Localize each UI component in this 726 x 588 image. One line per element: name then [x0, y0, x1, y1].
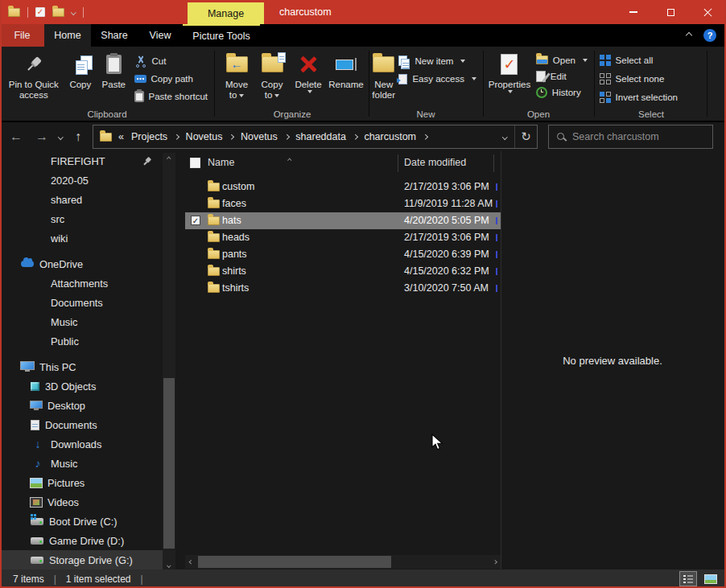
- paste-shortcut-button[interactable]: Paste shortcut: [131, 88, 212, 105]
- thumbnails-view-button[interactable]: [702, 571, 720, 586]
- select-all-button[interactable]: Select all: [596, 52, 681, 68]
- file-row[interactable]: faces 11/9/2019 11:28 AM: [185, 195, 501, 212]
- back-button[interactable]: ←: [10, 122, 23, 151]
- collapse-ribbon-icon[interactable]: [686, 32, 692, 39]
- copy-path-button[interactable]: Copy path: [131, 71, 212, 87]
- sidebar-item-3d-objects[interactable]: 3D Objects: [0, 376, 163, 396]
- file-row[interactable]: pants 4/15/2020 6:39 PM: [185, 246, 501, 263]
- properties-button[interactable]: ✓ Properties: [486, 49, 533, 107]
- row-checkbox[interactable]: ✓: [191, 216, 200, 225]
- breadcrumb-overflow[interactable]: «: [118, 131, 124, 142]
- horizontal-scrollbar-thumb[interactable]: [198, 556, 391, 568]
- file-list-horizontal-scrollbar[interactable]: [185, 555, 501, 569]
- monitor-icon: [31, 401, 42, 410]
- scroll-right-icon[interactable]: [489, 555, 501, 569]
- sidebar-item-attachments[interactable]: Attachments: [0, 273, 163, 293]
- breadcrumb-item[interactable]: Novetus: [186, 131, 223, 142]
- sidebar-scrollbar[interactable]: [163, 153, 175, 571]
- sidebar-item-shared[interactable]: shared: [0, 190, 163, 209]
- history-button[interactable]: History: [533, 84, 591, 100]
- file-row[interactable]: heads 2/17/2019 3:06 PM: [185, 229, 501, 246]
- sidebar-item-music[interactable]: Music: [0, 454, 163, 473]
- new-item-button[interactable]: New item: [395, 53, 480, 69]
- sidebar-item-wiki[interactable]: wiki: [0, 228, 163, 248]
- tab-picture-tools[interactable]: Picture Tools: [183, 24, 260, 47]
- breadcrumb-separator-icon: [229, 134, 234, 139]
- sidebar-scrollbar-thumb[interactable]: [163, 378, 175, 549]
- copy-button[interactable]: Copy: [64, 49, 97, 107]
- pin-to-quick-access-button[interactable]: Pin to Quick access: [3, 49, 64, 107]
- address-dropdown-icon[interactable]: [495, 135, 514, 139]
- sidebar-item-public[interactable]: Public: [0, 331, 163, 351]
- paste-icon: [106, 55, 122, 74]
- file-row[interactable]: ✓ hats 4/20/2020 5:05 PM: [185, 212, 501, 229]
- easy-access-button[interactable]: Easy access: [395, 71, 480, 87]
- recent-locations-icon[interactable]: [59, 122, 63, 151]
- manage-context-tab[interactable]: Manage: [188, 2, 264, 24]
- help-icon[interactable]: ?: [703, 29, 716, 42]
- sidebar-item-label: shared: [51, 194, 82, 206]
- select-all-icon: [600, 55, 611, 66]
- folder-icon: [208, 233, 220, 242]
- sidebar-item-desktop[interactable]: Desktop: [0, 396, 163, 415]
- scroll-left-icon[interactable]: [185, 555, 197, 569]
- sidebar-item-documents[interactable]: Documents: [0, 293, 163, 312]
- tab-view[interactable]: View: [138, 24, 183, 47]
- tab-file[interactable]: File: [0, 24, 44, 47]
- edit-button[interactable]: Edit: [533, 68, 591, 84]
- move-to-button[interactable]: ← Move to: [219, 49, 254, 107]
- sidebar-item-documents[interactable]: Documents: [0, 415, 163, 434]
- select-all-checkbox[interactable]: [190, 158, 200, 168]
- open-button[interactable]: Open: [533, 52, 591, 68]
- sidebar-item-onedrive[interactable]: OneDrive: [0, 254, 163, 273]
- breadcrumb-item[interactable]: charcustom: [364, 131, 416, 142]
- select-none-button[interactable]: Select none: [596, 71, 681, 87]
- column-header-date-modified[interactable]: Date modified: [404, 157, 466, 168]
- scroll-up-icon[interactable]: [163, 153, 175, 165]
- refresh-icon[interactable]: ↻: [514, 125, 537, 148]
- forward-button[interactable]: →: [35, 122, 48, 151]
- details-view-button[interactable]: [679, 571, 697, 586]
- sidebar-item-this-pc[interactable]: This PC: [0, 357, 163, 376]
- sidebar-item-pictures[interactable]: Pictures: [0, 473, 163, 492]
- file-list-header: Name Date modified: [185, 151, 501, 175]
- breadcrumb-item[interactable]: shareddata: [295, 131, 346, 142]
- qat-new-folder-icon[interactable]: [52, 8, 64, 17]
- qat-dropdown-icon[interactable]: [71, 10, 76, 14]
- column-header-name[interactable]: Name: [208, 157, 234, 168]
- sidebar-item-music[interactable]: Music: [0, 312, 163, 331]
- minimize-button[interactable]: [615, 0, 652, 24]
- invert-selection-button[interactable]: Invert selection: [596, 89, 681, 105]
- rename-button[interactable]: Rename: [327, 49, 365, 107]
- file-row[interactable]: shirts 4/15/2020 6:32 PM: [185, 263, 501, 280]
- sidebar-item-boot-drive-c-[interactable]: Boot Drive (C:): [0, 512, 163, 531]
- pin-icon: [141, 154, 154, 167]
- cut-button[interactable]: Cut: [131, 53, 212, 69]
- tab-share[interactable]: Share: [91, 24, 138, 47]
- address-bar[interactable]: « ProjectsNovetusNovetusshareddatacharcu…: [93, 125, 538, 149]
- qat-properties-icon[interactable]: ✓: [35, 7, 45, 17]
- paste-button[interactable]: Paste: [97, 49, 130, 107]
- copy-to-button[interactable]: Copy to: [254, 49, 290, 107]
- delete-button[interactable]: Delete: [290, 49, 327, 107]
- sidebar-item-game-drive-d-[interactable]: Game Drive (D:): [0, 531, 163, 550]
- sidebar-item-2020-05[interactable]: 2020-05: [0, 171, 163, 190]
- file-row[interactable]: tshirts 3/10/2020 7:50 AM: [185, 280, 501, 297]
- sidebar-item-downloads[interactable]: Downloads: [0, 434, 163, 454]
- file-row[interactable]: custom 2/17/2019 3:06 PM: [185, 179, 501, 195]
- maximize-button[interactable]: [652, 0, 689, 24]
- qat-folder-icon[interactable]: [8, 8, 20, 17]
- breadcrumb-item[interactable]: Novetus: [241, 131, 278, 142]
- sidebar-item-src[interactable]: src: [0, 209, 163, 228]
- tab-home[interactable]: Home: [44, 24, 91, 47]
- sidebar-item-firefight[interactable]: FIREFIGHT: [0, 151, 163, 171]
- sidebar-item-videos[interactable]: Videos: [0, 492, 163, 512]
- breadcrumb-item[interactable]: Projects: [131, 131, 167, 142]
- up-button[interactable]: ↑: [75, 122, 81, 151]
- close-button[interactable]: [689, 0, 726, 24]
- file-date-modified: 2/17/2019 3:06 PM: [404, 232, 489, 243]
- sidebar-item-storage-drive-g-[interactable]: Storage Drive (G:): [0, 550, 163, 569]
- new-folder-button[interactable]: New folder: [372, 49, 395, 107]
- search-box[interactable]: [548, 125, 713, 149]
- search-input[interactable]: [572, 131, 704, 142]
